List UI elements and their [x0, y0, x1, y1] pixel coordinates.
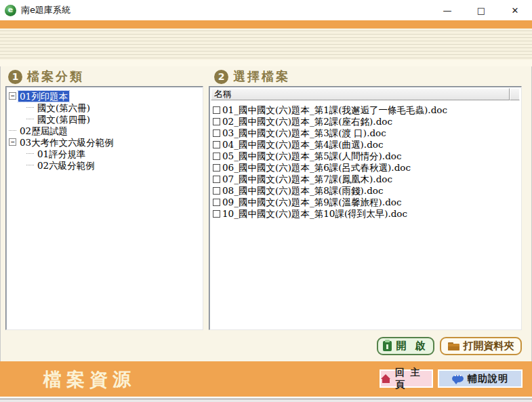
file-name[interactable]: 05_國中國文(六)題本_第5課(人間情分).doc	[222, 150, 401, 163]
open-folder-button[interactable]: 打開資料夾	[440, 337, 522, 355]
file-row[interactable]: 07_國中國文(六)題本_第7課(鳳凰木).doc	[211, 174, 520, 185]
file-row[interactable]: 09_國中國文(六)題本_第9課(溫馨旅程).doc	[211, 197, 520, 208]
file-row[interactable]: 08_國中國文(六)題本_第8課(雨錢).doc	[211, 185, 520, 197]
home-icon	[381, 374, 391, 383]
file-name[interactable]: 09_國中國文(六)題本_第9課(溫馨旅程).doc	[222, 197, 401, 209]
accent-bar	[0, 20, 532, 28]
file-row[interactable]: 01_國中國文(六)題本_第1課(我邂逅了一條毛毛蟲).doc	[211, 104, 520, 116]
help-button[interactable]: 輔助說明	[438, 369, 523, 388]
file-checkbox[interactable]	[213, 176, 220, 183]
close-icon[interactable]: ✕	[498, 0, 532, 20]
tree-item[interactable]: 國文(第六冊)	[6, 102, 203, 113]
footer-bar: 檔案資源 回 主 頁 輔助說明	[0, 361, 532, 397]
tree-connector-line	[26, 153, 34, 154]
column-header-spacer	[510, 88, 520, 100]
tree-item-label[interactable]: 01評分規準	[36, 148, 87, 159]
left-section-title: 檔案分類	[27, 68, 84, 85]
maximize-icon[interactable]: □	[464, 0, 498, 20]
open-button-label: 開 啟	[396, 340, 428, 353]
tree-item-label[interactable]: 03大考作文六級分範例	[18, 137, 115, 148]
file-name[interactable]: 06_國中國文(六)題本_第6課(呂式春秋選).doc	[222, 162, 411, 174]
right-section-title: 選擇檔案	[233, 68, 290, 85]
file-name[interactable]: 10_國中國文(六)題本_第10課(得到太早).doc	[222, 208, 407, 220]
file-name[interactable]: 08_國中國文(六)題本_第8課(雨錢).doc	[222, 185, 383, 197]
step-1-badge: 1	[8, 70, 22, 84]
tree-connector-line	[26, 107, 34, 108]
window-bottom-edge	[0, 397, 532, 402]
category-tree-panel: −01列印題本國文(第六冊)國文(第四冊)02歷屆試題−03大考作文六級分範例0…	[5, 86, 203, 330]
window-controls: — □ ✕	[430, 0, 532, 20]
file-checkbox[interactable]	[213, 187, 220, 195]
home-button-label: 回 主 頁	[395, 367, 432, 391]
step-2-badge: 2	[214, 70, 228, 84]
tree-item[interactable]: 01評分規準	[6, 148, 203, 159]
help-button-label: 輔助說明	[468, 373, 508, 385]
open-button[interactable]: 開 啟	[377, 337, 434, 355]
tree-connector-line	[26, 165, 34, 165]
tree-item[interactable]: −03大考作文六級分範例	[6, 136, 203, 148]
tree-item[interactable]: −01列印題本	[6, 90, 203, 102]
tree-item-label[interactable]: 02歷屆試題	[18, 125, 69, 136]
page-title: 檔案資源	[43, 367, 136, 392]
tree-collapse-icon[interactable]: −	[9, 138, 16, 146]
tree-item[interactable]: 02歷屆試題	[6, 125, 203, 136]
tree-item-label[interactable]: 02六級分範例	[36, 160, 96, 171]
tree-item[interactable]: 02六級分範例	[6, 159, 203, 171]
striped-band-fade	[0, 60, 532, 66]
striped-band	[0, 28, 532, 60]
right-section-header: 2 選擇檔案	[214, 68, 290, 85]
category-tree: −01列印題本國文(第六冊)國文(第四冊)02歷屆試題−03大考作文六級分範例0…	[6, 87, 203, 171]
window-title: 南e題庫系統	[21, 4, 70, 16]
open-folder-button-label: 打開資料夾	[464, 340, 514, 353]
file-checkbox[interactable]	[213, 210, 220, 218]
file-row[interactable]: 03_國中國文(六)題本_第3課(渡 口).doc	[211, 127, 520, 139]
file-name[interactable]: 07_國中國文(六)題本_第7課(鳳凰木).doc	[222, 174, 392, 186]
tree-item-label[interactable]: 01列印題本	[18, 91, 69, 102]
column-header-name[interactable]: 名稱	[211, 88, 510, 100]
file-checkbox[interactable]	[213, 153, 220, 160]
list-column-header-row: 名稱	[211, 88, 520, 100]
file-row[interactable]: 05_國中國文(六)題本_第5課(人間情分).doc	[211, 150, 520, 162]
file-checkbox[interactable]	[213, 106, 220, 114]
file-row[interactable]: 10_國中國文(六)題本_第10課(得到太早).doc	[211, 208, 520, 220]
file-name[interactable]: 02_國中國文(六)題本_第2課(座右銘).doc	[222, 116, 392, 128]
tree-item-label[interactable]: 國文(第六冊)	[36, 102, 91, 113]
file-name[interactable]: 01_國中國文(六)題本_第1課(我邂逅了一條毛毛蟲).doc	[222, 104, 447, 117]
file-checkbox[interactable]	[213, 118, 220, 125]
file-name[interactable]: 03_國中國文(六)題本_第3課(渡 口).doc	[222, 127, 386, 140]
file-checkbox[interactable]	[213, 129, 220, 137]
tree-connector-line	[9, 130, 16, 131]
open-clipboard-icon	[383, 341, 392, 351]
file-checkbox[interactable]	[213, 199, 220, 206]
title-bar: e 南e題庫系統 — □ ✕	[0, 0, 532, 20]
folder-icon	[448, 342, 459, 350]
tree-item-label[interactable]: 國文(第四冊)	[36, 114, 91, 125]
file-row[interactable]: 02_國中國文(六)題本_第2課(座右銘).doc	[211, 116, 520, 127]
left-section-header: 1 檔案分類	[8, 68, 84, 85]
speech-bubble-icon	[452, 375, 464, 382]
home-button[interactable]: 回 主 頁	[380, 369, 433, 388]
minimize-icon[interactable]: —	[430, 0, 464, 20]
file-name[interactable]: 04_國中國文(六)題本_第4課(曲選).doc	[222, 139, 383, 151]
file-row[interactable]: 04_國中國文(六)題本_第4課(曲選).doc	[211, 139, 520, 150]
tree-collapse-icon[interactable]: −	[9, 92, 16, 100]
file-list-panel: 名稱 01_國中國文(六)題本_第1課(我邂逅了一條毛毛蟲).doc02_國中國…	[209, 86, 522, 330]
file-checkbox[interactable]	[213, 164, 220, 172]
tree-item[interactable]: 國文(第四冊)	[6, 113, 203, 125]
file-checkbox[interactable]	[213, 141, 220, 148]
app-icon: e	[5, 5, 16, 16]
file-row[interactable]: 06_國中國文(六)題本_第6課(呂式春秋選).doc	[211, 162, 520, 174]
tree-connector-line	[26, 119, 34, 119]
file-list: 01_國中國文(六)題本_第1課(我邂逅了一條毛毛蟲).doc02_國中國文(六…	[211, 100, 520, 220]
